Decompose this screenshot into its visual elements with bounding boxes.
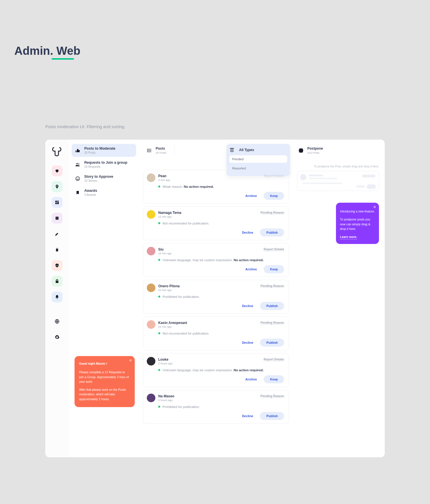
status-dot — [158, 259, 160, 261]
page-heading: Admin. Web — [14, 44, 80, 60]
skeleton-button — [367, 184, 376, 189]
content-panel: Posts 20 Posts All Types Pended Reported… — [139, 140, 293, 457]
skeleton-avatar — [300, 174, 306, 180]
gear-icon — [54, 335, 60, 340]
decline-button[interactable]: Decline — [238, 339, 257, 347]
post-time: 5 hours ago — [158, 398, 174, 402]
trash-icon — [55, 247, 59, 252]
queue-sub: 19 Requests — [84, 165, 127, 168]
svg-rect-15 — [147, 151, 148, 152]
post-author: Namaga Tema — [158, 211, 181, 215]
film-icon — [55, 216, 59, 220]
filter-posts[interactable]: Posts 20 Posts — [143, 144, 170, 157]
queue-sub: 23 Stories — [84, 179, 113, 182]
post-card: Onero Pilona42 min agoPending ReasonProh… — [143, 280, 289, 314]
group-icon — [74, 161, 81, 168]
avatar — [147, 210, 155, 219]
post-detail-link[interactable]: Pending Reason — [261, 211, 284, 214]
queue-awards[interactable]: Awards3 Awards — [72, 186, 136, 199]
post-reason: Not recomended for publication. — [158, 222, 284, 225]
post-author: Pean — [158, 174, 170, 178]
svg-rect-5 — [58, 218, 58, 218]
decline-button[interactable]: Decline — [238, 412, 257, 420]
filter-separator — [174, 146, 175, 155]
stack-icon — [229, 147, 236, 153]
nav-film[interactable] — [52, 213, 62, 224]
filter-posts-title: Posts — [156, 146, 166, 151]
post-detail-link[interactable]: Pending Reason — [261, 321, 284, 325]
postpone-dropzone[interactable] — [297, 171, 379, 191]
postpone-sub: 312 Posts — [307, 151, 323, 154]
nav-lock[interactable] — [52, 276, 62, 287]
skeleton-line — [309, 178, 337, 179]
post-detail-link[interactable]: Report Details — [264, 247, 284, 251]
svg-point-12 — [78, 178, 79, 178]
postpone-hint: To postpone the Post, simple drag and dr… — [297, 165, 379, 168]
shield-check-icon — [55, 263, 59, 268]
post-list: Pean2 min agoReport DetailsWeak reason. … — [143, 170, 289, 424]
publish-button[interactable]: Publish — [260, 302, 284, 310]
post-time: 2 hours ago — [158, 362, 173, 365]
decline-button[interactable]: Decline — [238, 228, 257, 237]
queue-requests-to-join-a-group[interactable]: Requests to Join a group19 Requests — [72, 158, 136, 171]
post-detail-link[interactable]: Pending Reason — [261, 394, 284, 398]
queue-posts-to-moderate[interactable]: Posts to Moderate20 Posts — [72, 144, 136, 157]
note-greeting: Good night Maxim ! — [79, 361, 130, 366]
keep-button[interactable]: Keep — [264, 265, 284, 273]
avatar — [147, 284, 155, 292]
nav-rail — [45, 140, 69, 457]
app-shell: Posts to Moderate20 PostsRequests to Joi… — [45, 140, 385, 457]
nav-edit[interactable] — [52, 228, 62, 239]
nav-heart[interactable] — [52, 165, 62, 176]
post-card: Pean2 min agoReport DetailsWeak reason. … — [143, 170, 289, 204]
dashboard-icon — [55, 200, 59, 205]
nav-dashboard[interactable] — [52, 197, 62, 208]
promo-learn-more[interactable]: Learn more. — [340, 235, 357, 239]
post-card: Looke2 hours agoReport DetailsUnknown la… — [143, 353, 289, 387]
publish-button[interactable]: Publish — [260, 228, 284, 237]
filter-option-pended[interactable]: Pended — [229, 155, 287, 163]
svg-rect-4 — [58, 217, 58, 217]
decline-button[interactable]: Decline — [238, 302, 257, 310]
keep-button[interactable]: Keep — [264, 192, 284, 200]
publish-button[interactable]: Publish — [260, 412, 284, 420]
queue-story-to-approve[interactable]: Story to Approve23 Stories — [72, 172, 136, 185]
status-dot — [158, 406, 160, 408]
face-icon — [74, 175, 81, 182]
task-note: Good night Maxim ! Please complete a 12 … — [75, 356, 135, 407]
post-detail-link[interactable]: Pending Reason — [261, 284, 284, 288]
post-reason: Unknown language, may be custom expressi… — [158, 258, 284, 262]
heart-icon — [55, 169, 59, 173]
nav-shield[interactable] — [52, 260, 62, 271]
svg-point-8 — [77, 163, 78, 164]
skeleton-line — [302, 183, 343, 184]
post-reason: Not recomended for publication. — [158, 332, 284, 335]
lock-icon — [55, 279, 59, 284]
list-icon — [146, 147, 153, 154]
post-time: 2 min ago — [158, 178, 170, 181]
archive-button[interactable]: Archive — [241, 192, 261, 200]
archive-button[interactable]: Archive — [241, 375, 261, 383]
nav-bell[interactable] — [52, 292, 62, 302]
post-time: 12 min ago — [158, 215, 181, 218]
nav-trash[interactable] — [52, 244, 62, 255]
feature-promo: Introducing a new feature. To postpone p… — [336, 203, 379, 244]
avatar — [147, 320, 155, 329]
nav-globe[interactable] — [52, 316, 62, 327]
filter-types-header[interactable]: All Types — [229, 147, 287, 155]
keep-button[interactable]: Keep — [264, 375, 284, 383]
queues-panel: Posts to Moderate20 PostsRequests to Joi… — [69, 140, 139, 457]
filter-posts-sub: 20 Posts — [156, 151, 166, 154]
svg-rect-14 — [147, 150, 148, 151]
nav-pin[interactable] — [52, 181, 62, 192]
post-detail-link[interactable]: Report Details — [264, 174, 284, 178]
nav-settings[interactable] — [52, 332, 62, 343]
note-indicator-dot — [129, 359, 132, 362]
skeleton-text — [356, 185, 365, 188]
archive-button[interactable]: Archive — [241, 265, 261, 273]
publish-button[interactable]: Publish — [260, 339, 284, 347]
post-detail-link[interactable]: Report Details — [264, 358, 284, 361]
postpone-tab[interactable]: Postpone 312 Posts — [297, 144, 379, 157]
app-logo[interactable] — [51, 145, 63, 157]
postpone-panel: Postpone 312 Posts To postpone the Post,… — [293, 140, 385, 457]
